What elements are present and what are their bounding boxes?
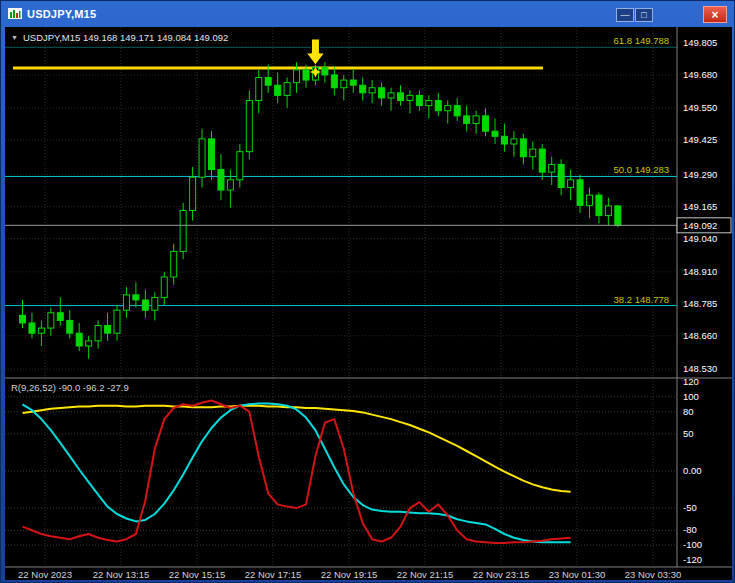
time-tick-label: 23 Nov 03:30 [625,569,682,580]
candle-body [199,139,205,177]
candle-body [492,131,498,136]
candle-body [275,85,281,95]
indicator-tick-label: 80 [683,406,694,417]
titlebar[interactable]: USDJPY,M15 — □ × [4,3,731,24]
candle-body [29,323,35,333]
fib-label: 61.8 149.788 [614,35,669,46]
window-title: USDJPY,M15 [27,8,96,20]
candle-body [350,80,356,85]
price-tick-label: 148.785 [683,298,717,309]
fib-label: 50.0 149.283 [614,164,669,175]
candle-body [549,164,555,172]
candle-body [587,195,593,205]
candle-body [398,93,404,101]
time-tick-label: 22 Nov 13:15 [93,569,150,580]
candle-body [38,328,44,333]
price-tick-label: 149.290 [683,169,717,180]
candle-body [568,180,574,188]
time-tick-label: 22 Nov 19:15 [321,569,378,580]
indicator-tick-label: -80 [683,524,697,535]
indicator-readout: R(9,26,52) -90.0 -96.2 -27.9 [11,382,129,393]
candle-body [322,67,328,75]
candle-body [605,206,611,216]
candle-body [209,139,215,170]
indicator-tick-label: 50 [683,428,694,439]
price-tick-label: 149.550 [683,102,717,113]
candle-body [256,78,262,101]
candle-body [454,106,460,116]
candle-body [464,116,470,124]
candle-body [237,152,243,180]
candle-body [473,116,479,124]
candle-body [483,116,489,131]
candle-body [86,341,92,346]
candle-body [501,136,507,144]
candle-body [435,101,441,111]
candle-body [105,326,111,334]
candle-body [407,95,413,100]
price-tick-label: 148.910 [683,266,717,277]
candle-body [171,251,177,277]
restore-button[interactable]: □ [635,8,653,22]
candle-body [227,180,233,190]
candle-body [57,313,63,321]
candle-body [218,170,224,190]
candle-body [142,300,148,310]
candle-body [426,101,432,106]
candle-body [539,149,545,172]
price-tick-label: 149.680 [683,69,717,80]
price-tick-label: 148.530 [683,363,717,374]
chart-canvas[interactable]: 149.805149.680149.550149.425149.290149.1… [5,27,732,580]
candle-body [190,177,196,210]
candle-body [180,210,186,251]
time-tick-label: 23 Nov 01:30 [549,569,606,580]
candle-body [416,95,422,105]
fib-label: 38.2 148.778 [614,294,669,305]
candle-body [133,295,139,300]
candle-body [577,180,583,206]
price-tick-label: 149.805 [683,37,717,48]
candle-body [284,83,290,96]
candle-body [123,295,129,310]
candle-body [379,88,385,98]
candle-body [331,75,337,88]
price-tick-label: 149.425 [683,134,717,145]
candle-body [303,70,309,80]
candle-body [246,101,252,152]
candle-body [341,80,347,88]
time-tick-label: 22 Nov 23:15 [473,569,530,580]
candle-body [294,70,300,83]
chart-area: 149.805149.680149.550149.425149.290149.1… [5,27,732,580]
price-tick-label: 148.660 [683,330,717,341]
candle-body [265,78,271,86]
minimize-button[interactable]: — [616,8,634,22]
ohlc-readout: ▼ USDJPY,M15 149.168 149.171 149.084 149… [11,32,228,43]
candle-body [558,164,564,187]
indicator-tick-label: 100 [683,391,699,402]
indicator-tick-label: -100 [683,539,702,550]
candle-body [615,206,621,225]
candle-body [114,310,120,333]
time-scale[interactable]: 22 Nov 202322 Nov 13:1522 Nov 15:1522 No… [18,569,681,580]
chart-window-icon [8,8,22,19]
collapse-indicator-icon: ▼ [11,34,18,41]
indicator-tick-label: -50 [683,502,697,513]
candle-body [161,277,167,297]
candle-body [95,326,101,341]
candle-body [388,93,394,98]
candle-body [360,85,366,93]
indicator-tick-label: 120 [683,376,699,387]
time-tick-label: 22 Nov 17:15 [245,569,302,580]
candle-body [520,139,526,157]
candle-body [596,195,602,215]
price-tick-label: 149.040 [683,233,717,244]
candle-body [20,315,26,323]
close-button[interactable]: × [703,6,727,23]
current-price-label: 149.092 [683,220,717,231]
ohlc-readout-text: USDJPY,M15 149.168 149.171 149.084 149.0… [23,32,228,43]
candle-body [152,297,158,310]
candle-body [76,333,82,346]
time-tick-label: 22 Nov 2023 [18,569,72,580]
candle-body [530,149,536,157]
time-tick-label: 22 Nov 15:15 [169,569,226,580]
